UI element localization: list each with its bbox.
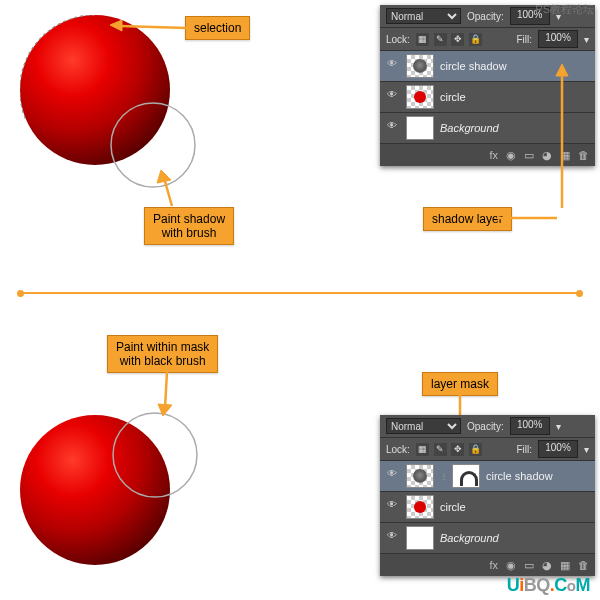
layer-name[interactable]: Background [440, 122, 499, 134]
svg-line-1 [120, 26, 186, 28]
dropdown-icon[interactable]: ▾ [584, 34, 589, 45]
mask-icon[interactable]: ◉ [506, 559, 516, 572]
layer-row-background[interactable]: 👁 Background [380, 523, 595, 554]
mask-icon[interactable]: ◉ [506, 149, 516, 162]
visibility-icon[interactable]: 👁 [384, 58, 400, 74]
blend-mode-select[interactable]: Normal [386, 8, 461, 24]
lock-transparency-icon[interactable]: ▦ [416, 443, 429, 456]
layer-name[interactable]: circle shadow [486, 470, 553, 482]
fill-value[interactable]: 100% [538, 30, 578, 48]
callout-paint-shadow: Paint shadow with brush [144, 207, 234, 245]
lock-brush-icon[interactable]: ✎ [434, 33, 447, 46]
layer-thumb-circle[interactable] [406, 495, 434, 519]
layer-row-circle-shadow[interactable]: 👁 ⋮ circle shadow [380, 461, 595, 492]
lock-move-icon[interactable]: ✥ [451, 33, 464, 46]
group-icon[interactable]: ◕ [542, 149, 552, 162]
arrow-shadow-layer-h [497, 213, 557, 223]
fill-label: Fill: [516, 34, 532, 45]
svg-marker-6 [556, 64, 568, 76]
visibility-icon[interactable]: 👁 [384, 530, 400, 546]
opacity-label: Opacity: [467, 11, 504, 22]
lock-icons[interactable]: ▦ ✎ ✥ 🔒 [416, 33, 484, 46]
svg-line-3 [164, 178, 172, 206]
dropdown-icon[interactable]: ▾ [556, 421, 561, 432]
arrow-paint-mask [155, 370, 185, 418]
fx-icon[interactable]: fx [489, 559, 498, 571]
arrow-shadow-layer [552, 62, 572, 212]
lock-brush-icon[interactable]: ✎ [434, 443, 447, 456]
svg-line-9 [165, 372, 167, 408]
trash-icon[interactable]: 🗑 [578, 559, 589, 571]
layer-name[interactable]: circle [440, 501, 466, 513]
group-icon[interactable]: ◕ [542, 559, 552, 572]
visibility-icon[interactable]: 👁 [384, 468, 400, 484]
brush-outline-bottom [110, 410, 200, 500]
blend-mode-select[interactable]: Normal [386, 418, 461, 434]
section-divider [20, 292, 580, 294]
panel-footer: fx ◉ ▭ ◕ ▦ 🗑 [380, 554, 595, 576]
fill-label: Fill: [516, 444, 532, 455]
arrow-paint-shadow [155, 168, 185, 210]
layer-mask-thumb[interactable] [452, 464, 480, 488]
arrow-selection [108, 15, 188, 40]
lock-all-icon[interactable]: 🔒 [469, 443, 482, 456]
lock-label: Lock: [386, 444, 410, 455]
callout-paint-mask: Paint within mask with black brush [107, 335, 218, 373]
lock-transparency-icon[interactable]: ▦ [416, 33, 429, 46]
svg-point-8 [113, 413, 197, 497]
visibility-icon[interactable]: 👁 [384, 499, 400, 515]
layer-name[interactable]: circle [440, 91, 466, 103]
lock-label: Lock: [386, 34, 410, 45]
lock-move-icon[interactable]: ✥ [451, 443, 464, 456]
lock-icons[interactable]: ▦ ✎ ✥ 🔒 [416, 443, 484, 456]
layer-thumb-bg[interactable] [406, 116, 434, 140]
visibility-icon[interactable]: 👁 [384, 120, 400, 136]
opacity-label: Opacity: [467, 421, 504, 432]
dropdown-icon[interactable]: ▾ [584, 444, 589, 455]
layer-name[interactable]: Background [440, 532, 499, 544]
layer-thumb-circle[interactable] [406, 85, 434, 109]
link-icon[interactable]: ⋮ [440, 472, 446, 481]
svg-marker-10 [158, 404, 172, 416]
layer-thumb-shadow[interactable] [406, 54, 434, 78]
svg-marker-4 [157, 170, 171, 183]
svg-marker-2 [110, 20, 122, 31]
lock-all-icon[interactable]: 🔒 [469, 33, 482, 46]
watermark-bottom: UiBQ.CoM [507, 575, 590, 596]
layer-row-circle[interactable]: 👁 circle [380, 492, 595, 523]
trash-icon[interactable]: 🗑 [578, 149, 589, 161]
callout-selection: selection [185, 16, 250, 40]
opacity-value[interactable]: 100% [510, 417, 550, 435]
watermark-top: PS教程论坛 [535, 2, 594, 17]
fill-value[interactable]: 100% [538, 440, 578, 458]
new-layer-icon[interactable]: ▦ [560, 559, 570, 572]
layer-name[interactable]: circle shadow [440, 60, 507, 72]
visibility-icon[interactable]: 👁 [384, 89, 400, 105]
layers-panel-bottom: Normal Opacity: 100% ▾ Lock: ▦ ✎ ✥ 🔒 Fil… [380, 415, 595, 576]
layer-thumb-shadow[interactable] [406, 464, 434, 488]
fx-icon[interactable]: fx [489, 149, 498, 161]
layer-thumb-bg[interactable] [406, 526, 434, 550]
adjust-icon[interactable]: ▭ [524, 149, 534, 162]
adjust-icon[interactable]: ▭ [524, 559, 534, 572]
